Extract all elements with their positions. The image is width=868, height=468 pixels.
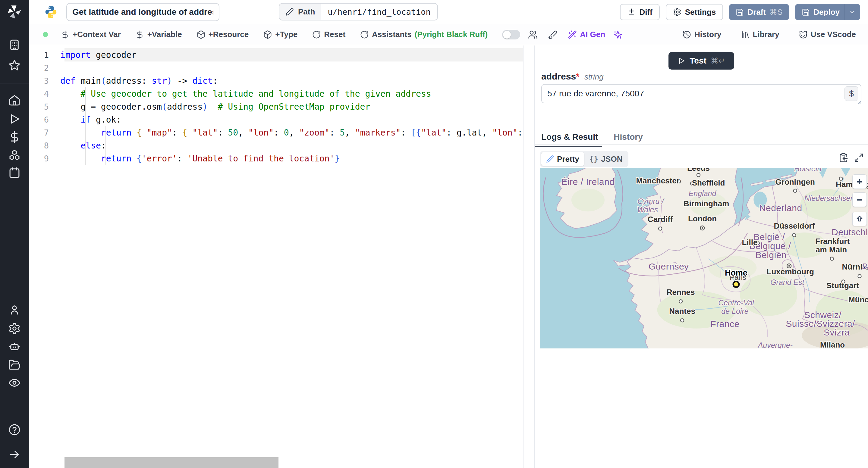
map-capital-dot [788,265,790,267]
map-zoom-in-button[interactable]: + [852,174,867,189]
map-label: Belgien [755,250,786,260]
map-marker[interactable] [733,281,739,287]
schedules-calendar-icon[interactable] [0,166,29,179]
add-context-var-button[interactable]: +Context Var [61,30,121,39]
deploy-button[interactable]: Deploy [795,4,860,20]
code-line[interactable]: 7 return { "map": { "lat": 50, "lon": 0,… [29,126,523,139]
map-label: Bayern [862,262,868,270]
users-person-icon[interactable] [0,304,29,316]
tab-history[interactable]: History [614,132,643,147]
line-number: 8 [29,141,60,150]
map-locate-button[interactable] [852,212,867,226]
windmill-logo[interactable] [0,4,29,20]
multiplayer-users-icon[interactable] [528,30,538,39]
script-path[interactable]: Path u/henri/find_location [279,3,438,21]
code-line[interactable]: 5 g = geocoder.osm(address) # Using Open… [29,100,523,113]
pretty-view-button[interactable]: Pretty [541,152,584,166]
pen-icon [546,155,554,163]
sparkles-icon[interactable] [613,30,623,39]
code-editor[interactable]: 1import geocoder23def main(address: str)… [29,45,524,468]
use-vscode-button[interactable]: Use VScode [799,30,856,39]
map-city-dot [681,319,684,322]
map-label: Niedersachsen [804,194,855,202]
add-context-var-label: +Context Var [73,30,121,39]
json-view-button[interactable]: {} JSON [585,152,627,166]
line-number: 4 [29,89,60,98]
map-capital-dot [702,227,703,229]
indent-guide [85,87,86,165]
history-clock-icon [682,30,691,39]
tab-logs-and-result[interactable]: Logs & Result [541,132,598,147]
variables-dollar-icon[interactable] [0,131,29,143]
add-resource-button[interactable]: +Resource [196,30,249,39]
map-city-dot [658,227,662,230]
format-brush-icon[interactable] [548,30,558,39]
code-line[interactable]: 9 return {'error': 'Unable to find the l… [29,152,523,165]
code-line[interactable]: 6 if g.ok: [29,113,523,126]
map-label: Manchester [636,176,679,185]
settings-button[interactable]: Settings [666,4,723,20]
library-button[interactable]: Library [741,30,779,39]
refresh-icon [312,30,321,39]
map-label: Stuttgart [827,281,859,290]
home-icon[interactable] [0,94,29,107]
map-label: Éire / Ireland [561,177,615,187]
map-label: Luxembourg [767,267,814,276]
map-marker-label: Home [725,268,747,277]
reset-button[interactable]: Reset [312,30,345,39]
history-button[interactable]: History [682,30,721,39]
diff-button[interactable]: Diff [620,4,659,20]
refresh-icon [360,30,369,39]
line-number: 2 [29,63,60,73]
code-lines[interactable]: 1import geocoder23def main(address: str)… [29,48,523,165]
assistants-toggle[interactable] [502,30,520,39]
map-label: Grand Est [770,278,804,287]
assistants-button[interactable]: Assistants (Pyright Black Ruff) [360,30,488,39]
collapse-arrow-icon[interactable] [0,448,29,461]
help-icon[interactable] [0,424,29,436]
library-label: Library [753,30,779,39]
map-zoom-out-button[interactable]: − [852,193,867,207]
workspace-icon[interactable] [0,38,29,51]
insert-variable-button[interactable]: $ [844,87,858,101]
script-title-input[interactable] [66,3,219,21]
code-line[interactable]: 2 [29,61,523,74]
workers-robot-icon[interactable] [0,340,29,353]
add-type-label: +Type [275,30,298,39]
map-label: de Loire [721,307,748,315]
code-line[interactable]: 3def main(address: str) -> dict: [29,74,523,87]
line-number: 5 [29,102,60,111]
runs-play-icon[interactable] [0,113,29,125]
map-label: Auvergne- [757,341,793,348]
audit-eye-icon[interactable] [0,376,29,389]
package-icon [263,30,272,39]
address-input[interactable] [541,84,861,103]
ai-gen-button[interactable]: AI Gen [568,30,605,39]
play-icon [678,57,685,65]
chevron-down-icon[interactable] [849,8,856,16]
resize-handle-icon[interactable] [856,99,861,104]
add-type-button[interactable]: +Type [263,30,298,39]
code-line[interactable]: 4 # Use geocoder to get the latitude and… [29,87,523,100]
settings-gear-icon[interactable] [0,322,29,335]
test-button[interactable]: Test ⌘↵ [669,52,734,70]
horizontal-scrollbar[interactable] [64,457,278,468]
draft-button[interactable]: Draft ⌘S [729,4,789,20]
map-label: Holstein [794,168,821,173]
line-number: 3 [29,76,60,86]
diff-label: Diff [639,7,652,17]
add-variable-button[interactable]: +Variable [135,30,182,39]
folders-icon[interactable] [0,359,29,371]
map-label: België / [753,232,785,242]
fullscreen-expand-icon[interactable] [854,153,864,163]
copy-clipboard-icon[interactable] [838,153,848,163]
code-line[interactable]: 8 else: [29,139,523,152]
code-line[interactable]: 1import geocoder [29,48,523,61]
map-label: Nederland [759,203,802,213]
resources-cubes-icon[interactable] [0,149,29,161]
favorites-star-icon[interactable] [0,59,29,72]
deploy-label: Deploy [813,7,840,17]
result-map[interactable]: HolsteinLeedsManchesterSheffieldEnglandB… [540,168,868,348]
ai-gen-label: AI Gen [580,30,605,39]
use-vscode-label: Use VScode [811,30,856,39]
